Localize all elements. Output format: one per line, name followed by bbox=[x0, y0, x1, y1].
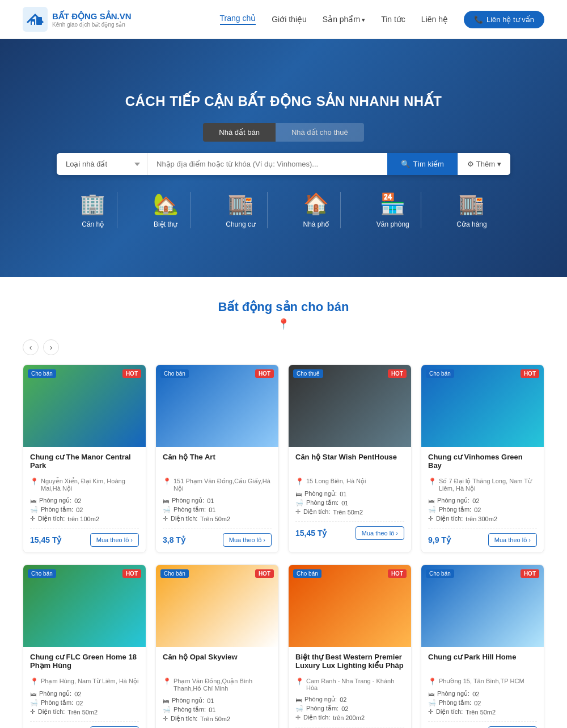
area-icon: ✛ bbox=[295, 508, 301, 516]
area-icon: ✛ bbox=[30, 515, 35, 522]
bathroom-row: 🛁 Phòng tắm: 01 bbox=[163, 706, 272, 713]
property-card: Cho bán HOT Căn hộ Opal Skyview 📍 Phạm V… bbox=[155, 564, 279, 728]
badge-left: Cho bán bbox=[28, 569, 56, 578]
card-image: Cho bán HOT bbox=[289, 565, 411, 647]
property-grid-row1: Cho bán HOT Chung cư The Manor Central P… bbox=[23, 364, 544, 553]
next-arrow[interactable]: › bbox=[43, 339, 59, 355]
bath-icon: 🛁 bbox=[30, 506, 38, 513]
category-chung-cu[interactable]: 🏬 Chung cư bbox=[214, 192, 268, 228]
buy-button[interactable]: Mua theo lô › bbox=[488, 533, 537, 547]
prev-arrow[interactable]: ‹ bbox=[23, 339, 39, 355]
card-footer: 4,2 Tỷ Mua theo lô › bbox=[30, 721, 139, 728]
bathroom-row: 🛁 Phòng tắm: 02 bbox=[295, 705, 404, 712]
badge-left: Cho bán bbox=[28, 369, 56, 378]
bedroom-row: 🛏 Phòng ngủ: 02 bbox=[428, 690, 537, 697]
card-body: Chung cư FLC Green Home 18 Phạm Hùng 📍 P… bbox=[23, 647, 146, 728]
badge-left: Cho bán bbox=[426, 369, 454, 378]
nav-san-pham[interactable]: Sản phẩm bbox=[323, 15, 365, 24]
bathroom-row: 🛁 Phòng tắm: 02 bbox=[428, 699, 537, 706]
badge-hot: HOT bbox=[122, 569, 141, 578]
bath-icon: 🛁 bbox=[428, 699, 436, 706]
bath-icon: 🛁 bbox=[163, 506, 171, 513]
area-icon: ✛ bbox=[295, 714, 301, 721]
search-button[interactable]: 🔍 Tìm kiếm bbox=[387, 153, 458, 175]
category-van-phong[interactable]: 🏪 Văn phòng bbox=[365, 192, 421, 228]
bath-icon: 🛁 bbox=[163, 706, 171, 713]
bath-icon: 🛁 bbox=[30, 699, 38, 706]
bedroom-row: 🛏 Phòng ngủ: 01 bbox=[163, 497, 272, 504]
card-title: Căn hộ Star Wish PentHouse bbox=[295, 453, 404, 473]
location-icon: 📍 bbox=[277, 318, 290, 330]
card-body: Chung cư The Manor Central Park 📍 Nguyễn… bbox=[23, 447, 146, 552]
bedroom-row: 🛏 Phòng ngủ: 02 bbox=[30, 497, 139, 504]
property-card: Cho bán HOT Căn hộ The Art 📍 151 Phạm Vă… bbox=[155, 364, 279, 553]
buy-button[interactable]: Mua theo lô › bbox=[90, 533, 139, 547]
property-section: Bất động sản cho bán 📍 ‹ › Cho bán HOT C… bbox=[0, 277, 567, 728]
badge-hot: HOT bbox=[388, 369, 407, 378]
badge-hot: HOT bbox=[388, 569, 407, 578]
location-pin-icon: 📍 bbox=[295, 478, 304, 486]
card-meta: 🛏 Phòng ngủ: 01 🛁 Phòng tắm: 01 ✛ Diện t… bbox=[163, 697, 272, 722]
area-row: ✛ Diện tích: Trên 50m2 bbox=[30, 708, 139, 716]
area-row: ✛ Diện tích: trên 300m2 bbox=[428, 515, 537, 522]
svg-rect-3 bbox=[32, 22, 34, 25]
nha-pho-label: Nhà phố bbox=[303, 220, 329, 228]
badge-hot: HOT bbox=[521, 369, 539, 378]
category-row: 🏢 Căn hộ 🏡 Biệt thự 🏬 Chung cư 🏠 Nhà phố… bbox=[57, 192, 510, 228]
area-icon: ✛ bbox=[30, 708, 35, 716]
card-image: Cho bán HOT bbox=[23, 565, 146, 647]
category-nha-pho[interactable]: 🏠 Nhà phố bbox=[292, 192, 341, 228]
card-body: Biệt thự Best Western Premier Luxury Lux… bbox=[289, 647, 411, 728]
search-bar: Loại nhà đất Căn hộ Biệt thự Chung cư 🔍 … bbox=[57, 153, 510, 175]
biet-thu-icon: 🏡 bbox=[153, 192, 179, 216]
buy-button[interactable]: Mua theo lô › bbox=[356, 526, 404, 540]
property-card: Cho bán HOT Chung cư FLC Green Home 18 P… bbox=[23, 564, 146, 728]
buy-button[interactable]: Mua theo lô › bbox=[223, 533, 272, 547]
card-title: Chung cư Park Hill Home bbox=[428, 653, 537, 673]
nav-trang-chu[interactable]: Trang chủ bbox=[220, 14, 256, 25]
tab-nha-dat-cho-thue[interactable]: Nhà đất cho thuê bbox=[276, 123, 364, 142]
search-input[interactable] bbox=[147, 153, 387, 175]
category-biet-thu[interactable]: 🏡 Biệt thự bbox=[142, 192, 191, 228]
location-pin-icon: 📍 bbox=[428, 478, 437, 486]
card-footer: 3,8 Tỷ Mua theo lô › bbox=[163, 528, 272, 547]
filter-icon: ⚙ bbox=[467, 160, 474, 168]
property-type-select[interactable]: Loại nhà đất Căn hộ Biệt thự Chung cư bbox=[57, 153, 147, 175]
consult-button[interactable]: 📞 Liên hệ tư vấn bbox=[464, 11, 544, 28]
card-title: Chung cư Vinhomes Green Bay bbox=[428, 453, 537, 473]
card-meta: 🛏 Phòng ngủ: 02 🛁 Phòng tắm: 02 ✛ Diện t… bbox=[428, 497, 537, 522]
card-location: 📍 Cam Ranh - Nha Trang - Khánh Hòa bbox=[295, 678, 404, 691]
badge-hot: HOT bbox=[255, 569, 274, 578]
badge-hot: HOT bbox=[521, 569, 539, 578]
logo[interactable]: BẤT ĐỘNG SẢN.VN Kênh giao dịch bất động … bbox=[23, 7, 132, 32]
card-footer: 9,9 Tỷ Mua theo lô › bbox=[428, 528, 537, 547]
section-location: 📍 bbox=[23, 318, 544, 330]
more-filters-button[interactable]: ⚙ Thêm ▾ bbox=[458, 153, 510, 175]
card-body: Chung cư Vinhomes Green Bay 📍 Số 7 Đại l… bbox=[421, 447, 544, 552]
bed-icon: 🛏 bbox=[30, 497, 36, 504]
property-card: Cho thuê HOT Căn hộ Star Wish PentHouse … bbox=[288, 364, 412, 553]
area-icon: ✛ bbox=[163, 515, 168, 522]
location-pin-icon: 📍 bbox=[30, 478, 39, 486]
location-pin-icon: 📍 bbox=[163, 678, 171, 686]
tab-nha-dat-ban[interactable]: Nhà đất bán bbox=[203, 123, 276, 142]
badge-left: Cho bán bbox=[160, 569, 189, 578]
area-icon: ✛ bbox=[428, 515, 433, 522]
nav-tin-tuc[interactable]: Tin tức bbox=[381, 15, 405, 24]
category-can-ho[interactable]: 🏢 Căn hộ bbox=[69, 192, 117, 228]
property-card: Cho bán HOT Chung cư Vinhomes Green Bay … bbox=[421, 364, 544, 553]
nav-lien-he[interactable]: Liên hệ bbox=[421, 15, 448, 24]
card-footer: 15,45 Tỷ Mua theo lô › bbox=[295, 521, 404, 540]
bathroom-row: 🛁 Phòng tắm: 01 bbox=[163, 506, 272, 513]
card-title: Căn hộ The Art bbox=[163, 453, 272, 473]
card-location: 📍 Phạm Hùng, Nam Từ Liêm, Hà Nội bbox=[30, 678, 139, 686]
bedroom-row: 🛏 Phòng ngủ: 01 bbox=[295, 490, 404, 497]
location-pin-icon: 📍 bbox=[30, 678, 39, 686]
cua-hang-label: Cửa hàng bbox=[456, 220, 486, 228]
chung-cu-label: Chung cư bbox=[226, 220, 256, 228]
badge-left: Cho bán bbox=[293, 569, 321, 578]
bath-icon: 🛁 bbox=[295, 705, 303, 712]
card-location: 📍 Phường 15, Tân Bình,TP HCM bbox=[428, 678, 537, 686]
category-cua-hang[interactable]: 🏬 Cửa hàng bbox=[445, 192, 498, 228]
nav-gioi-thieu[interactable]: Giới thiệu bbox=[272, 15, 307, 24]
